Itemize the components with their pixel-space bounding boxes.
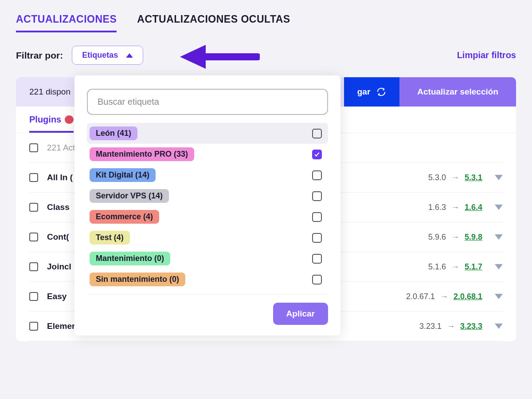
expand-row-icon[interactable] [495, 205, 503, 210]
version-to[interactable]: 5.3.1 [465, 173, 482, 182]
tag-pill: Mantenimiento PRO (33) [90, 147, 194, 161]
tag-search-input[interactable] [87, 89, 328, 115]
tag-checkbox[interactable] [312, 129, 322, 138]
tag-row[interactable]: León (41) [87, 123, 328, 144]
version-to[interactable]: 1.6.4 [465, 203, 482, 212]
svg-marker-3 [495, 205, 503, 210]
subtab-plugins-label: Plugins [29, 115, 61, 125]
svg-marker-6 [495, 294, 503, 299]
version-group: 3.23.1 → 3.23.3 [419, 322, 482, 331]
clear-filters-link[interactable]: Limpiar filtros [457, 50, 516, 60]
version-group: 5.1.6 → 5.1.7 [428, 262, 482, 272]
select-all-checkbox[interactable] [29, 143, 38, 152]
subtab-badge [65, 115, 74, 124]
expand-row-icon[interactable] [495, 264, 503, 269]
row-checkbox[interactable] [29, 173, 38, 182]
tag-checkbox[interactable] [312, 233, 322, 243]
filter-label: Filtrar por: [16, 50, 63, 61]
tag-pill: Servidor VPS (14) [90, 189, 169, 203]
row-checkbox[interactable] [29, 292, 38, 301]
subtab-plugins[interactable]: Plugins [29, 115, 74, 133]
filter-row: Filtrar por: Etiquetas Limpiar filtros [16, 46, 516, 65]
tag-pill: León (41) [90, 126, 137, 140]
version-group: 5.3.0 → 5.3.1 [428, 173, 482, 182]
arrow-right-icon: → [451, 262, 459, 272]
row-checkbox[interactable] [29, 233, 38, 241]
expand-row-icon[interactable] [495, 175, 503, 180]
tag-checkbox[interactable] [312, 191, 322, 201]
tag-pill: Test (4) [90, 231, 130, 245]
tag-pill: Sin mantenimiento (0) [90, 273, 185, 286]
version-from: 2.0.67.1 [406, 292, 435, 301]
row-checkbox[interactable] [29, 262, 38, 271]
tag-pill: Mantenimiento (0) [90, 252, 170, 265]
tag-checkbox[interactable] [312, 170, 322, 180]
tags-dropdown: León (41) Mantenimiento PRO (33) Kit Dig… [74, 75, 340, 336]
version-group: 5.9.6 → 5.9.8 [428, 233, 482, 242]
version-from: 3.23.1 [419, 322, 442, 331]
svg-marker-7 [495, 324, 503, 329]
svg-marker-2 [495, 175, 503, 180]
filter-tags-label: Etiquetas [82, 51, 118, 60]
version-from: 5.1.6 [428, 262, 446, 272]
version-group: 1.6.3 → 1.6.4 [428, 203, 482, 212]
row-checkbox[interactable] [29, 203, 38, 212]
tag-row[interactable]: Test (4) [87, 227, 328, 248]
tab-updates[interactable]: ACTUALIZACIONES [16, 13, 117, 32]
reload-icon [376, 87, 386, 97]
version-from: 5.3.0 [428, 173, 446, 182]
expand-row-icon[interactable] [495, 324, 503, 329]
update-selection-button[interactable]: Actualizar selección [399, 77, 516, 107]
tag-row[interactable]: Mantenimiento PRO (33) [87, 144, 328, 165]
svg-marker-4 [495, 234, 503, 240]
tag-pill: Ecommerce (4) [90, 210, 159, 224]
tag-row[interactable]: Sin mantenimiento (0) [87, 269, 328, 290]
filter-tags-button[interactable]: Etiquetas [72, 46, 143, 65]
reload-button[interactable]: gar [344, 77, 400, 107]
expand-row-icon[interactable] [495, 234, 503, 240]
annotation-arrow-icon [180, 41, 260, 72]
apply-button[interactable]: Aplicar [273, 303, 328, 325]
tag-checkbox[interactable] [312, 150, 322, 159]
version-to[interactable]: 3.23.3 [460, 322, 482, 331]
arrow-right-icon: → [447, 322, 455, 331]
svg-marker-1 [180, 45, 206, 69]
tag-checkbox[interactable] [312, 212, 322, 222]
reload-label: gar [357, 87, 371, 97]
caret-up-icon [126, 53, 133, 58]
version-from: 1.6.3 [428, 203, 446, 212]
arrow-right-icon: → [451, 203, 459, 212]
version-from: 5.9.6 [428, 233, 446, 242]
row-checkbox[interactable] [29, 322, 38, 331]
expand-row-icon[interactable] [495, 294, 503, 299]
top-tabs: ACTUALIZACIONES ACTUALIZACIONES OCULTAS [16, 13, 516, 32]
arrow-right-icon: → [451, 233, 459, 242]
version-to[interactable]: 5.9.8 [465, 233, 482, 242]
version-group: 2.0.67.1 → 2.0.68.1 [406, 292, 482, 301]
tag-checkbox[interactable] [312, 275, 322, 284]
tag-row[interactable]: Kit Digital (14) [87, 165, 328, 186]
tab-hidden-updates[interactable]: ACTUALIZACIONES OCULTAS [137, 13, 290, 32]
tag-pill: Kit Digital (14) [90, 168, 156, 182]
tag-row[interactable]: Servidor VPS (14) [87, 186, 328, 206]
tag-row[interactable]: Mantenimiento (0) [87, 248, 328, 269]
tag-list: León (41) Mantenimiento PRO (33) Kit Dig… [87, 123, 328, 295]
tag-checkbox[interactable] [312, 254, 322, 264]
arrow-right-icon: → [451, 173, 459, 182]
arrow-right-icon: → [440, 292, 448, 301]
tag-row[interactable]: Ecommerce (4) [87, 206, 328, 227]
version-to[interactable]: 5.1.7 [465, 262, 482, 272]
version-to[interactable]: 2.0.68.1 [454, 292, 482, 301]
svg-marker-5 [495, 264, 503, 269]
